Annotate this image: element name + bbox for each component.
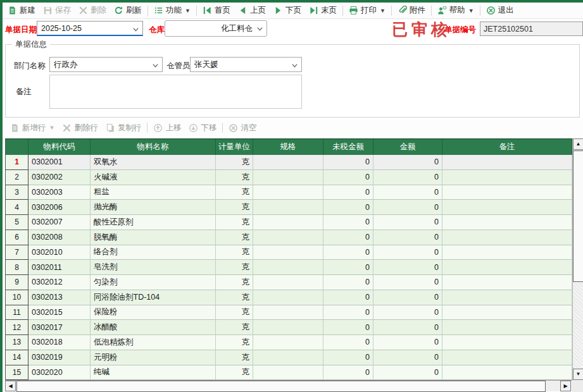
- cell-untaxed[interactable]: 0: [323, 290, 373, 305]
- cell-untaxed[interactable]: 0: [323, 260, 373, 275]
- cell-amount[interactable]: 0: [373, 245, 442, 260]
- cell-amount[interactable]: 0: [373, 215, 442, 230]
- cell-spec[interactable]: [253, 290, 323, 305]
- cell-untaxed[interactable]: 0: [323, 365, 373, 381]
- toolbar-delete-button[interactable]: 删除: [75, 4, 110, 17]
- row-number-cell[interactable]: 1: [6, 155, 28, 170]
- warehouse-combo[interactable]: 化工料仓: [165, 20, 267, 37]
- row-number-cell[interactable]: 10: [6, 290, 28, 305]
- row-number-cell[interactable]: 11: [6, 305, 28, 321]
- cell-remark[interactable]: [442, 155, 572, 170]
- remark-field[interactable]: [49, 75, 302, 109]
- cell-amount[interactable]: 0: [373, 170, 442, 185]
- row-number-cell[interactable]: 2: [6, 170, 28, 185]
- table-row[interactable]: 100302013同浴除油剂TD-104克00: [6, 290, 572, 305]
- cell-code[interactable]: 0302011: [28, 260, 91, 275]
- cell-amount[interactable]: 0: [373, 320, 442, 335]
- cell-amount[interactable]: 0: [373, 260, 442, 275]
- toolbar-first-page-button[interactable]: 首页: [199, 4, 234, 17]
- doc-number-field[interactable]: [480, 21, 583, 36]
- cell-amount[interactable]: 0: [373, 230, 442, 245]
- table-row[interactable]: 120302017冰醋酸克00: [6, 320, 572, 335]
- toolbar-help-button[interactable]: 帮助▼: [434, 4, 478, 17]
- cell-spec[interactable]: [253, 350, 323, 365]
- cell-spec[interactable]: [253, 200, 323, 215]
- cell-code[interactable]: 0302013: [28, 290, 91, 305]
- cell-unit[interactable]: 克: [216, 200, 253, 215]
- toolbar-print-button[interactable]: 打印▼: [345, 4, 389, 17]
- scroll-left-button[interactable]: ◀: [5, 381, 16, 391]
- toolbar-functions-button[interactable]: 功能▼: [150, 4, 194, 17]
- cell-remark[interactable]: [442, 365, 572, 381]
- gridbar-delete-row-button[interactable]: 删除行: [58, 121, 102, 135]
- cell-name[interactable]: 冰醋酸: [91, 320, 216, 335]
- table-row[interactable]: 30302003粗盐克00: [6, 185, 572, 200]
- cell-untaxed[interactable]: 0: [323, 320, 373, 335]
- cell-name[interactable]: 火碱液: [91, 170, 216, 185]
- cell-name[interactable]: 抛光酶: [91, 200, 216, 215]
- cell-untaxed[interactable]: 0: [323, 305, 373, 321]
- cell-name[interactable]: 同浴除油剂TD-104: [91, 290, 216, 305]
- keeper-combo[interactable]: 张天媛: [190, 57, 302, 72]
- cell-unit[interactable]: 克: [216, 170, 253, 185]
- cell-spec[interactable]: [253, 260, 323, 275]
- cell-remark[interactable]: [442, 260, 572, 275]
- cell-name[interactable]: 双氧水: [91, 155, 216, 170]
- cell-unit[interactable]: 克: [216, 275, 253, 290]
- cell-code[interactable]: 0302020: [28, 365, 91, 381]
- cell-remark[interactable]: [442, 230, 572, 245]
- cell-amount[interactable]: 0: [373, 275, 442, 290]
- cell-unit[interactable]: 克: [216, 260, 253, 275]
- toolbar-last-page-button[interactable]: 末页: [305, 4, 341, 17]
- cell-name[interactable]: 纯碱: [91, 365, 216, 381]
- cell-code[interactable]: 0302002: [28, 170, 91, 185]
- cell-code[interactable]: 0302018: [28, 335, 91, 350]
- gridbar-add-row-button[interactable]: 新增行▼: [6, 121, 58, 135]
- column-header-5[interactable]: 金额: [373, 139, 442, 155]
- column-header-1[interactable]: 物料名称: [91, 139, 216, 155]
- cell-spec[interactable]: [253, 215, 323, 230]
- horizontal-scrollbar[interactable]: ◀ ▶: [5, 380, 572, 391]
- cell-remark[interactable]: [442, 200, 572, 215]
- cell-spec[interactable]: [253, 230, 323, 245]
- toolbar-save-button[interactable]: 保存: [39, 4, 75, 17]
- column-header-2[interactable]: 计量单位: [216, 139, 253, 155]
- cell-code[interactable]: 0302003: [28, 185, 91, 200]
- cell-remark[interactable]: [442, 350, 572, 365]
- cell-untaxed[interactable]: 0: [323, 230, 373, 245]
- cell-untaxed[interactable]: 0: [323, 245, 373, 260]
- cell-untaxed[interactable]: 0: [323, 200, 373, 215]
- toolbar-next-page-button[interactable]: 下页: [270, 4, 305, 17]
- table-row[interactable]: 90302012匀染剂克00: [6, 275, 572, 290]
- cell-name[interactable]: 粗盐: [91, 185, 216, 200]
- cell-amount[interactable]: 0: [373, 200, 442, 215]
- toolbar-prev-page-button[interactable]: 上页: [234, 4, 270, 17]
- table-row[interactable]: 50302007酸性还原剂克00: [6, 215, 572, 230]
- cell-amount[interactable]: 0: [373, 185, 442, 200]
- cell-spec[interactable]: [253, 335, 323, 350]
- cell-code[interactable]: 0302019: [28, 350, 91, 365]
- cell-untaxed[interactable]: 0: [323, 155, 373, 170]
- toolbar-refresh-button[interactable]: 刷新: [110, 4, 146, 17]
- cell-spec[interactable]: [253, 155, 323, 170]
- column-header-0[interactable]: 物料代码: [28, 139, 91, 155]
- cell-name[interactable]: 皂洗剂: [91, 260, 216, 275]
- toolbar-attachment-button[interactable]: 附件: [394, 4, 429, 17]
- row-number-cell[interactable]: 7: [6, 245, 28, 260]
- toolbar-new-button[interactable]: 新建: [4, 4, 39, 17]
- cell-name[interactable]: 酸性还原剂: [91, 215, 216, 230]
- table-row[interactable]: 140302019元明粉克00: [6, 350, 572, 365]
- cell-unit[interactable]: 克: [216, 365, 253, 381]
- cell-unit[interactable]: 克: [216, 230, 253, 245]
- cell-spec[interactable]: [253, 320, 323, 335]
- gridbar-move-down-button[interactable]: 下移: [185, 121, 220, 135]
- department-combo[interactable]: 行政办: [49, 57, 163, 72]
- column-header-4[interactable]: 未税金额: [323, 139, 373, 155]
- cell-amount[interactable]: 0: [373, 290, 442, 305]
- gridbar-move-up-button[interactable]: 上移: [149, 121, 185, 135]
- cell-remark[interactable]: [442, 305, 572, 321]
- table-row[interactable]: 20302002火碱液克00: [6, 170, 572, 185]
- cell-code[interactable]: 0302012: [28, 275, 91, 290]
- horizontal-scrollbar-thumb[interactable]: [16, 381, 546, 392]
- column-header-6[interactable]: 备注: [442, 139, 572, 155]
